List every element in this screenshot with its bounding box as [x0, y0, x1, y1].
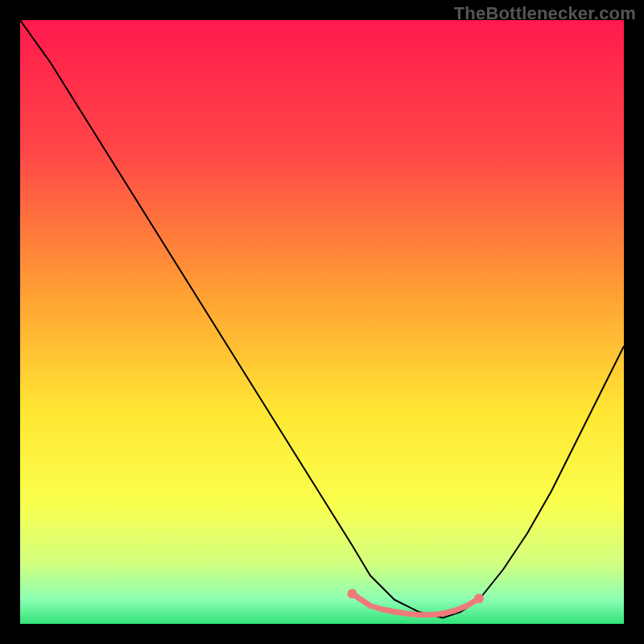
watermark-text: TheBottlenecker.com [454, 3, 636, 24]
chart-frame: TheBottlenecker.com [0, 0, 644, 644]
highlight-endpoint [474, 594, 484, 604]
chart-svg [20, 20, 624, 624]
highlight-endpoint [348, 589, 357, 599]
gradient-background [20, 20, 624, 624]
plot-area [20, 20, 624, 624]
